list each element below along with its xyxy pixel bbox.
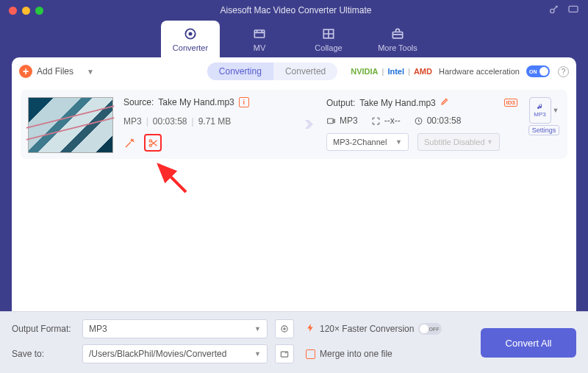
source-filename: Take My Hand.mp3 <box>158 97 234 107</box>
rename-icon[interactable] <box>440 97 449 108</box>
output-label: Output: <box>326 98 355 108</box>
tab-moretools[interactable]: More Tools <box>368 21 427 57</box>
chevron-down-icon: ▼ <box>395 138 402 146</box>
apply-all-button[interactable] <box>275 319 294 338</box>
resolution-icon <box>371 116 381 126</box>
output-duration: 00:03:58 <box>427 116 462 126</box>
tab-converted[interactable]: Converted <box>273 63 337 80</box>
profile-settings-button[interactable]: Settings <box>528 125 560 135</box>
hw-accel-label: Hardware acceleration <box>439 67 520 76</box>
output-format-select[interactable]: MP3▼ <box>82 319 268 338</box>
converter-icon <box>183 26 198 41</box>
cut-button[interactable] <box>144 134 162 152</box>
hardware-accel: NVIDIA | Intel | AMD Hardware accelerati… <box>351 65 569 77</box>
main-tabs: Converter MV Collage More Tools <box>0 21 588 57</box>
amd-label: AMD <box>414 67 432 76</box>
nvidia-label: NVIDIA <box>351 67 378 76</box>
svg-point-7 <box>149 139 151 141</box>
chevron-down-icon: ▼ <box>254 350 261 358</box>
output-filename: Take My Hand.mp3 <box>359 98 435 108</box>
chevron-down-icon[interactable]: ▼ <box>553 107 559 114</box>
tab-label: MV <box>254 43 266 52</box>
maximize-window[interactable] <box>35 7 43 15</box>
output-format: MP3 <box>340 116 358 126</box>
conversion-status-segment: Converting Converted <box>207 63 337 80</box>
channel-value: MP3-2Channel <box>333 138 387 146</box>
subtitle-select[interactable]: Subtitle Disabled▼ <box>417 133 500 151</box>
hw-accel-toggle[interactable] <box>526 65 550 77</box>
merge-checkbox[interactable] <box>306 349 315 359</box>
file-thumbnail[interactable] <box>28 97 113 153</box>
tab-collage[interactable]: Collage <box>299 21 358 57</box>
help-icon[interactable]: ? <box>558 66 569 77</box>
tab-label: More Tools <box>378 43 417 52</box>
source-duration: 00:03:58 <box>153 116 187 127</box>
feedback-icon[interactable] <box>567 4 579 18</box>
chevron-down-icon[interactable]: ▼ <box>87 68 94 76</box>
clock-icon <box>414 116 423 126</box>
convert-all-button[interactable]: Convert All <box>481 328 576 358</box>
open-folder-button[interactable] <box>275 344 294 363</box>
chevron-down-icon: ▼ <box>254 325 261 333</box>
tab-label: Collage <box>315 43 342 52</box>
minimize-window[interactable] <box>22 7 30 15</box>
output-format-value: MP3 <box>89 324 107 334</box>
file-row: Source: Take My Hand.mp3 i MP3|00:03:58|… <box>21 90 567 159</box>
save-to-value: /Users/BlackPhil/Movies/Converted <box>89 349 226 359</box>
add-files-label: Add Files <box>37 66 74 77</box>
workarea: + Add Files ▼ Converting Converted NVIDI… <box>12 57 576 311</box>
enhance-icon[interactable] <box>123 136 137 149</box>
subtitle-value: Subtitle Disabled <box>424 138 485 146</box>
merge-label: Merge into one file <box>320 349 392 359</box>
app-title: Aisesoft Mac Video Converter Ultimate <box>43 5 548 15</box>
svg-point-0 <box>551 9 554 13</box>
scissors-icon <box>148 138 159 149</box>
output-resolution: --x-- <box>384 116 401 126</box>
tab-converting[interactable]: Converting <box>207 63 273 80</box>
mv-icon <box>252 26 267 41</box>
save-to-label: Save to: <box>12 349 75 359</box>
source-size: 9.71 MB <box>198 116 232 127</box>
source-format: MP3 <box>123 116 142 127</box>
source-column: Source: Take My Hand.mp3 i MP3|00:03:58|… <box>123 97 285 152</box>
output-profile: MP3 ▼ Settings <box>528 97 560 152</box>
svg-rect-4 <box>254 30 264 38</box>
footer: Output Format: MP3▼ 120× Faster Conversi… <box>0 311 588 373</box>
toolbar: + Add Files ▼ Converting Converted NVIDI… <box>12 57 576 85</box>
faster-conversion-toggle[interactable] <box>418 323 442 335</box>
profile-format-label: MP3 <box>534 111 545 118</box>
chevron-down-icon: ▼ <box>487 138 493 146</box>
tab-mv[interactable]: MV <box>230 21 289 57</box>
profile-format-button[interactable]: MP3 <box>529 97 551 124</box>
video-icon <box>326 116 336 126</box>
svg-point-8 <box>149 144 151 146</box>
svg-point-12 <box>284 328 285 330</box>
key-icon[interactable] <box>548 4 560 18</box>
svg-point-3 <box>189 32 191 35</box>
bolt-icon <box>306 323 315 335</box>
file-list: Source: Take My Hand.mp3 i MP3|00:03:58|… <box>12 85 576 311</box>
id3-badge[interactable]: ID3 <box>504 99 517 107</box>
music-note-icon <box>536 103 545 110</box>
tab-converter[interactable]: Converter <box>161 21 220 57</box>
output-column: Output: Take My Hand.mp3 ID3 MP3 --x-- 0… <box>326 97 517 152</box>
close-window[interactable] <box>9 7 17 15</box>
toolbox-icon <box>390 26 405 41</box>
faster-conversion-label: 120× Faster Conversion <box>320 324 414 334</box>
collage-icon <box>321 26 336 41</box>
source-label: Source: <box>123 97 154 107</box>
annotation-arrow <box>146 159 190 198</box>
plus-icon: + <box>19 65 32 78</box>
svg-point-11 <box>282 326 287 332</box>
save-to-select[interactable]: /Users/BlackPhil/Movies/Converted▼ <box>82 344 268 363</box>
arrow-icon <box>295 97 316 152</box>
intel-label: Intel <box>387 67 404 76</box>
titlebar: Aisesoft Mac Video Converter Ultimate <box>0 0 588 21</box>
tab-label: Converter <box>173 43 208 52</box>
info-badge-icon[interactable]: i <box>239 97 249 107</box>
channel-select[interactable]: MP3-2Channel▼ <box>326 133 409 151</box>
window-controls <box>9 7 43 15</box>
output-format-label: Output Format: <box>12 324 75 334</box>
add-files-button[interactable]: + Add Files ▼ <box>19 65 94 78</box>
svg-rect-9 <box>328 118 334 124</box>
